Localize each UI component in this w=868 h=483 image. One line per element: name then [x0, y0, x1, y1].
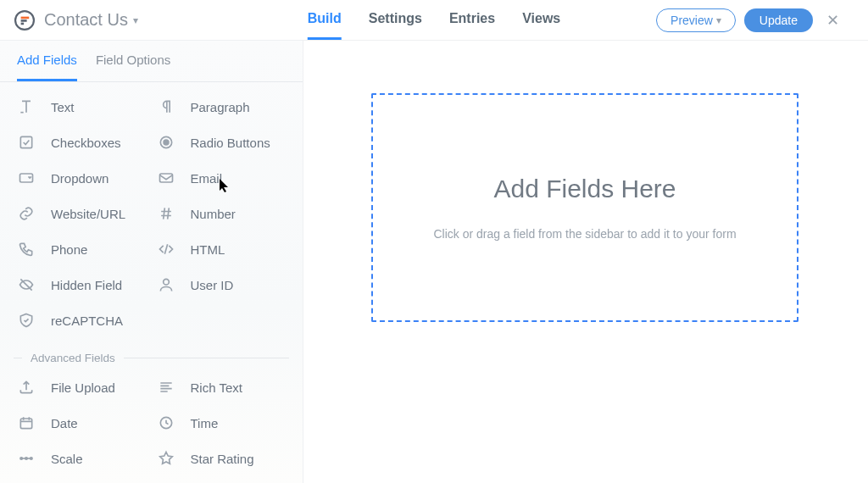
link-icon — [17, 204, 36, 223]
app-logo — [10, 6, 39, 35]
advanced-fields-heading: Advanced Fields — [14, 352, 289, 364]
field-item-label: User ID — [191, 278, 234, 292]
field-item-label: Scale — [51, 452, 83, 466]
calendar-icon — [17, 414, 36, 432]
text-icon — [17, 97, 36, 116]
upload-icon — [17, 378, 36, 397]
drop-zone[interactable]: Add Fields Here Click or drag a field fr… — [371, 93, 798, 322]
scale-icon — [17, 449, 36, 468]
checkbox-icon — [17, 133, 36, 152]
paragraph-icon — [157, 97, 175, 116]
code-icon — [157, 240, 175, 258]
field-item-label: Website/URL — [51, 207, 125, 221]
chevron-down-icon: ▾ — [133, 14, 138, 26]
field-item-label: HTML — [191, 242, 225, 257]
email-icon — [157, 169, 175, 187]
field-item-email[interactable]: Email — [153, 165, 290, 191]
user-icon — [157, 275, 175, 294]
tab-build[interactable]: Build — [308, 0, 342, 40]
body: Add Fields Field Options TextParagraphCh… — [0, 41, 868, 483]
field-item-phone[interactable]: Phone — [14, 236, 150, 262]
field-item-calendar[interactable]: Date — [14, 410, 150, 436]
field-item-label: Checkboxes — [51, 136, 121, 150]
clock-icon — [157, 414, 175, 432]
tab-settings[interactable]: Settings — [369, 0, 422, 40]
advanced-section: Advanced Fields File UploadRich TextDate… — [0, 336, 303, 475]
hash-icon — [157, 204, 175, 223]
field-item-star[interactable]: Star Rating — [153, 446, 290, 471]
richtext-icon — [157, 378, 175, 397]
form-title-switcher[interactable]: Contact Us ▾ — [44, 10, 138, 30]
field-item-clock[interactable]: Time — [153, 410, 290, 436]
field-item-label: Phone — [51, 242, 87, 257]
field-item-label: Radio Buttons — [191, 136, 270, 150]
field-item-shield[interactable]: reCAPTCHA — [14, 308, 150, 333]
form-title: Contact Us — [44, 10, 128, 30]
tab-views[interactable]: Views — [522, 0, 560, 40]
field-item-richtext[interactable]: Rich Text — [153, 375, 290, 400]
field-item-label: Number — [191, 207, 236, 221]
top-bar: Contact Us ▾ Build Settings Entries View… — [0, 0, 868, 41]
field-item-paragraph[interactable]: Paragraph — [153, 94, 290, 119]
top-actions: Preview ▾ Update ✕ — [656, 6, 844, 35]
svg-rect-2 — [21, 19, 27, 22]
update-button[interactable]: Update — [744, 8, 813, 32]
svg-point-6 — [164, 140, 169, 145]
field-item-text[interactable]: Text — [14, 94, 150, 119]
eye-off-icon — [17, 275, 36, 294]
field-item-scale[interactable]: Scale — [14, 446, 150, 471]
chevron-down-icon: ▾ — [716, 14, 721, 26]
field-item-code[interactable]: HTML — [153, 236, 290, 262]
sidebar-tab-field-options[interactable]: Field Options — [96, 41, 170, 81]
field-item-label: Email — [191, 171, 223, 186]
drop-zone-subtitle: Click or drag a field from the sidebar t… — [433, 227, 736, 241]
svg-rect-4 — [20, 136, 31, 147]
drop-zone-title: Add Fields Here — [493, 175, 676, 203]
close-icon[interactable]: ✕ — [821, 6, 844, 35]
field-item-label: Hidden Field — [51, 278, 122, 292]
field-item-label: Paragraph — [191, 100, 250, 114]
svg-rect-8 — [159, 174, 172, 182]
field-item-hash[interactable]: Number — [153, 201, 290, 226]
radio-icon — [157, 133, 175, 152]
field-item-radio[interactable]: Radio Buttons — [153, 130, 290, 155]
field-item-user[interactable]: User ID — [153, 272, 290, 297]
field-item-eye-off[interactable]: Hidden Field — [14, 272, 150, 297]
tab-entries[interactable]: Entries — [449, 0, 495, 40]
star-icon — [157, 449, 175, 468]
svg-point-9 — [163, 279, 169, 285]
field-item-label: Date — [51, 416, 78, 430]
field-item-label: Dropdown — [51, 171, 108, 186]
field-item-label: Star Rating — [191, 452, 254, 466]
svg-rect-1 — [21, 16, 30, 19]
svg-rect-10 — [20, 419, 31, 429]
top-tabs: Build Settings Entries Views — [308, 0, 560, 40]
field-item-checkbox[interactable]: Checkboxes — [14, 130, 150, 155]
field-item-label: Time — [191, 416, 219, 430]
sidebar-tabs: Add Fields Field Options — [0, 41, 303, 82]
field-item-link[interactable]: Website/URL — [14, 201, 150, 226]
shield-icon — [17, 311, 36, 330]
main-canvas: Add Fields Here Click or drag a field fr… — [303, 41, 868, 483]
svg-rect-3 — [21, 22, 25, 25]
field-item-label: reCAPTCHA — [51, 314, 123, 328]
field-item-label: File Upload — [51, 380, 115, 395]
sidebar: Add Fields Field Options TextParagraphCh… — [0, 41, 303, 483]
dropdown-icon — [17, 169, 36, 187]
preview-button[interactable]: Preview ▾ — [656, 8, 736, 32]
field-item-dropdown[interactable]: Dropdown — [14, 165, 150, 191]
phone-icon — [17, 240, 36, 258]
basic-fields-grid: TextParagraphCheckboxesRadio ButtonsDrop… — [0, 82, 303, 336]
sidebar-tab-add-fields[interactable]: Add Fields — [17, 41, 77, 81]
field-item-upload[interactable]: File Upload — [14, 375, 150, 400]
field-item-label: Text — [51, 100, 75, 114]
field-item-label: Rich Text — [191, 380, 242, 395]
